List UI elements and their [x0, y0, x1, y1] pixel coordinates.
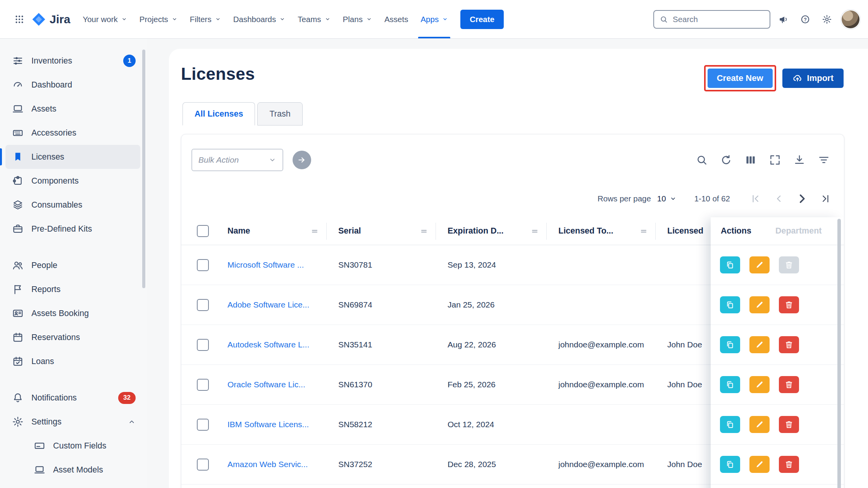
sidebar-item-pre-defined-kits[interactable]: Pre-Defined Kits [5, 217, 140, 241]
search-input[interactable] [672, 14, 764, 24]
edit-action-button[interactable] [749, 416, 770, 433]
sidebar-item-loans[interactable]: Loans [5, 349, 140, 373]
next-page-icon[interactable] [794, 190, 811, 207]
sidebar-item-reports[interactable]: Reports [5, 277, 140, 301]
sidebar-item-label: Inventories [31, 56, 72, 66]
sidebar-item-assets[interactable]: Assets [5, 97, 140, 121]
license-name-link[interactable]: Microsoft Software ... [227, 260, 304, 269]
delete-action-button[interactable] [779, 336, 799, 353]
sidebar-item-consumables[interactable]: Consumables [5, 193, 140, 217]
edit-action-button[interactable] [749, 456, 770, 473]
sidebar-item-dashboard[interactable]: Dashboard [5, 73, 140, 97]
sidebar-scrollbar[interactable] [142, 50, 145, 288]
copy-action-button[interactable] [720, 296, 740, 313]
column-header-name[interactable]: Name [227, 223, 327, 240]
apply-bulk-action-button[interactable] [293, 151, 311, 169]
keyboard-icon [12, 127, 24, 139]
edit-action-button[interactable] [749, 256, 770, 273]
drag-handle-icon[interactable] [639, 227, 648, 236]
global-search[interactable] [653, 10, 770, 29]
serial-cell: SN61370 [338, 380, 448, 389]
delete-action-button[interactable] [779, 376, 799, 393]
licensed-to-cell: johndoe@example.com [558, 380, 667, 389]
nav-item-plans[interactable]: Plans [337, 0, 378, 38]
nav-item-projects[interactable]: Projects [133, 0, 184, 38]
copy-action-button[interactable] [720, 256, 740, 273]
columns-icon[interactable] [742, 151, 759, 168]
app-switcher-icon[interactable] [10, 10, 29, 29]
rows-per-page-select[interactable]: 10 [657, 194, 677, 203]
sidebar-item-asset-models[interactable]: Asset Models [5, 458, 140, 482]
tab-trash[interactable]: Trash [257, 102, 302, 125]
nav-item-your-work[interactable]: Your work [76, 0, 133, 38]
row-checkbox[interactable] [197, 259, 209, 271]
fullscreen-icon[interactable] [766, 151, 784, 168]
row-checkbox[interactable] [197, 339, 209, 351]
create-button[interactable]: Create [460, 10, 504, 29]
sidebar-item-custom-fields[interactable]: Custom Fields [5, 434, 140, 458]
first-page-icon[interactable] [747, 190, 764, 207]
user-avatar[interactable] [842, 10, 859, 28]
last-page-icon[interactable] [817, 190, 834, 207]
license-name-link[interactable]: Adobe Software Lice... [227, 300, 309, 309]
download-icon[interactable] [791, 151, 808, 168]
sidebar-item-components[interactable]: Components [5, 169, 140, 193]
delete-action-button[interactable] [779, 416, 799, 433]
edit-action-button[interactable] [749, 296, 770, 313]
delete-action-button[interactable] [779, 296, 799, 313]
sidebar-item-inventories[interactable]: Inventories1 [5, 49, 140, 73]
license-name-link[interactable]: Oracle Software Lic... [227, 380, 305, 389]
help-icon[interactable]: ? [796, 10, 815, 29]
nav-item-teams[interactable]: Teams [291, 0, 336, 38]
select-all-checkbox[interactable] [197, 225, 209, 237]
delete-action-button[interactable] [779, 256, 799, 273]
import-button[interactable]: Import [782, 69, 844, 88]
sidebar-item-notifications[interactable]: Notifications32 [5, 386, 140, 410]
filter-icon[interactable] [815, 151, 832, 168]
bulk-action-select[interactable]: Bulk Action [191, 149, 283, 171]
license-name-link[interactable]: IBM Software Licens... [227, 420, 309, 429]
sidebar-item-people[interactable]: People [5, 253, 140, 277]
announcements-icon[interactable] [774, 10, 793, 29]
cloud-upload-icon [792, 73, 803, 83]
copy-action-button[interactable] [720, 456, 740, 473]
copy-action-button[interactable] [720, 416, 740, 433]
jira-logo[interactable]: Jira [32, 12, 70, 26]
nav-item-assets[interactable]: Assets [378, 0, 415, 38]
column-header-expiration-d[interactable]: Expiration D... [448, 223, 547, 240]
license-name-link[interactable]: Amazon Web Servic... [227, 460, 308, 469]
chevron-down-icon [279, 16, 285, 22]
sidebar-item-reservations[interactable]: Reservations [5, 325, 140, 349]
name-cell: Adobe Software Lice... [227, 300, 338, 309]
row-checkbox[interactable] [197, 379, 209, 391]
edit-action-button[interactable] [749, 376, 770, 393]
edit-action-button[interactable] [749, 336, 770, 353]
nav-item-filters[interactable]: Filters [184, 0, 227, 38]
row-checkbox[interactable] [197, 419, 209, 431]
table-scrollbar[interactable] [837, 219, 841, 488]
copy-action-button[interactable] [720, 376, 740, 393]
settings-gear-icon[interactable] [818, 10, 836, 29]
sidebar-item-settings[interactable]: Settings [5, 410, 140, 434]
refresh-icon[interactable] [718, 151, 735, 168]
tab-all-licenses[interactable]: All Licenses [183, 102, 255, 125]
drag-handle-icon[interactable] [310, 227, 319, 236]
drag-handle-icon[interactable] [530, 227, 539, 236]
delete-action-button[interactable] [779, 456, 799, 473]
sidebar-item-licenses[interactable]: Licenses [5, 145, 140, 169]
table-scrollbar-thumb[interactable] [837, 219, 841, 488]
drag-handle-icon[interactable] [419, 227, 429, 236]
column-header-licensed-to[interactable]: Licensed To... [558, 223, 656, 240]
sidebar-item-accessories[interactable]: Accessories [5, 121, 140, 145]
previous-page-icon[interactable] [770, 190, 787, 207]
search-icon[interactable] [693, 151, 710, 168]
nav-item-dashboards[interactable]: Dashboards [227, 0, 292, 38]
nav-item-apps[interactable]: Apps [414, 0, 454, 38]
row-checkbox[interactable] [197, 459, 209, 471]
copy-action-button[interactable] [720, 336, 740, 353]
sidebar-item-assets-booking[interactable]: Assets Booking [5, 301, 140, 325]
row-checkbox[interactable] [197, 299, 209, 311]
license-name-link[interactable]: Autodesk Software L... [227, 340, 309, 349]
column-header-serial[interactable]: Serial [338, 223, 436, 240]
create-new-button[interactable]: Create New [708, 69, 773, 88]
